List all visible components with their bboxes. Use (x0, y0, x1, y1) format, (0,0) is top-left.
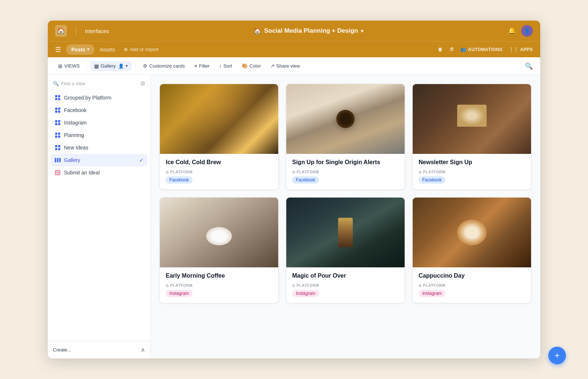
new-ideas-label: New Ideas (64, 145, 88, 151)
assets-tab[interactable]: Assets (94, 44, 120, 55)
sidebar-item-planning[interactable]: Planning (51, 129, 147, 141)
gallery-view-btn[interactable]: ▦ Gallery 👤 ▾ (90, 61, 132, 71)
card-title-5: Magic of Pour Over (292, 272, 399, 279)
filter-btn[interactable]: ≡ Filter (191, 61, 213, 71)
sidebar-search-input[interactable]: 🔍 Find a view (53, 81, 137, 86)
sidebar-item-facebook[interactable]: Facebook (51, 104, 147, 116)
color-icon: 🎨 (242, 63, 248, 69)
card-single-origin[interactable]: Sign Up for Single Origin Alerts PLATFOR… (286, 84, 405, 190)
sidebar-item-new-ideas[interactable]: New Ideas (51, 141, 147, 154)
assets-tab-label: Assets (100, 47, 115, 53)
tag-2: Facebook (292, 176, 319, 184)
create-chevron-icon[interactable]: ∧ (141, 346, 145, 353)
gallery-btn-chevron: ▾ (126, 64, 128, 68)
automations-btn[interactable]: 👥 AUTOMATIONS (460, 47, 502, 52)
gallery-sidebar-icon (54, 157, 61, 163)
project-title: Social Media Planning + Design (264, 27, 358, 35)
toolbar: ⊞ VIEWS ▦ Gallery 👤 ▾ ⚙ Customize cards … (48, 57, 540, 75)
customize-cards-label: Customize cards (149, 63, 185, 69)
header-right: 🔔 👤 (508, 25, 533, 37)
apps-btn[interactable]: ⋮⋮ APPS (509, 47, 533, 52)
sidebar-item-gallery[interactable]: Gallery ✓ (51, 154, 147, 166)
platform-dot-icon-1 (166, 171, 169, 174)
card-ice-cold-brew[interactable]: Ice Cold, Cold Brew PLATFORM Facebook (159, 84, 279, 190)
platform-dot-icon-6 (419, 284, 422, 287)
card-body-3: Newsletter Sign Up PLATFORM Facebook (413, 154, 531, 190)
app-window: 🏠 Interfaces 🏠 Social Media Planning + D… (48, 21, 540, 358)
add-import-btn[interactable]: ⊕ Add or import (124, 47, 158, 52)
toolbar-divider-1 (86, 62, 87, 70)
color-btn[interactable]: 🎨 Color (238, 61, 265, 71)
sidebar-item-instagram[interactable]: Instagram (51, 116, 147, 129)
tag-6: Instagram (419, 290, 445, 297)
card-newsletter[interactable]: Newsletter Sign Up PLATFORM Facebook (412, 84, 531, 190)
card-image-pourover (286, 198, 405, 267)
header-title-area: 🏠 Social Media Planning + Design ▾ (109, 27, 508, 35)
card-cappuccino[interactable]: Cappuccino Day PLATFORM Instagram (412, 197, 531, 303)
views-grid-icon: ⊞ (58, 63, 62, 69)
sidebar-item-grouped-by-platform[interactable]: Grouped by Platform (51, 91, 147, 104)
sub-header: ☰ Posts ▾ Assets ⊕ Add or import 🗑 ⏱ 👥 A… (48, 41, 540, 57)
views-label-btn[interactable]: ⊞ VIEWS (55, 61, 83, 71)
cards-grid: Ice Cold, Cold Brew PLATFORM Facebook Si… (159, 84, 531, 303)
sort-label: Sort (223, 63, 232, 69)
share-view-btn[interactable]: ↗ Share view (267, 61, 304, 71)
main-content: Ice Cold, Cold Brew PLATFORM Facebook Si… (151, 75, 540, 358)
trash-icon-btn[interactable]: 🗑 (438, 47, 443, 52)
planning-icon (54, 132, 61, 138)
sidebar-settings-icon[interactable]: ⚙ (140, 80, 145, 87)
customize-cards-btn[interactable]: ⚙ Customize cards (139, 61, 189, 71)
platform-dot-icon-3 (419, 171, 422, 174)
fab-add-btn[interactable]: + (548, 347, 566, 364)
gallery-btn-icon: ▦ (94, 63, 99, 69)
color-label: Color (250, 63, 261, 69)
header-divider (76, 26, 76, 35)
search-btn[interactable]: 🔍 (525, 62, 533, 70)
card-field-label-2: PLATFORM (292, 170, 399, 174)
platform-dot-icon-4 (166, 284, 169, 287)
hamburger-icon[interactable]: ☰ (55, 46, 61, 54)
facebook-label: Facebook (64, 107, 86, 113)
card-body-1: Ice Cold, Cold Brew PLATFORM Facebook (160, 154, 278, 190)
planning-label: Planning (64, 132, 84, 138)
card-morning-coffee[interactable]: Early Morning Coffee PLATFORM Instagram (159, 197, 279, 303)
header: 🏠 Interfaces 🏠 Social Media Planning + D… (48, 21, 540, 41)
card-image-morning (160, 198, 278, 267)
platform-dot-icon-5 (292, 284, 295, 287)
project-icon: 🏠 (254, 27, 261, 35)
tag-1: Facebook (166, 176, 193, 184)
sidebar: 🔍 Find a view ⚙ Grouped by Platform (48, 75, 151, 358)
sort-btn[interactable]: ↕ Sort (215, 61, 236, 71)
header-logo: 🏠 Interfaces (55, 25, 109, 37)
automations-label: AUTOMATIONS (468, 47, 503, 52)
apps-label: APPS (520, 47, 533, 52)
card-field-label-1: PLATFORM (166, 170, 272, 174)
card-title-3: Newsletter Sign Up (419, 159, 525, 166)
notification-bell-icon[interactable]: 🔔 (508, 27, 516, 35)
create-btn[interactable]: Create... (53, 347, 71, 353)
card-field-label-5: PLATFORM (292, 284, 399, 288)
card-body-6: Cappuccino Day PLATFORM Instagram (413, 267, 531, 303)
add-import-icon: ⊕ (124, 47, 128, 52)
tag-5: Instagram (292, 290, 319, 297)
instagram-label: Instagram (64, 120, 87, 126)
sidebar-search-area: 🔍 Find a view ⚙ (48, 75, 150, 90)
card-pour-over[interactable]: Magic of Pour Over PLATFORM Instagram (286, 197, 405, 303)
posts-tab-label: Posts (71, 47, 85, 53)
history-icon-btn[interactable]: ⏱ (449, 47, 454, 52)
card-title-4: Early Morning Coffee (166, 272, 272, 279)
avatar[interactable]: 👤 (521, 25, 533, 37)
sub-header-right: 🗑 ⏱ 👥 AUTOMATIONS ⋮⋮ APPS (438, 47, 533, 52)
posts-tab[interactable]: Posts ▾ (66, 44, 94, 55)
apps-icon: ⋮⋮ (509, 47, 518, 52)
active-check-icon: ✓ (139, 157, 144, 163)
gallery-sidebar-label: Gallery (64, 157, 80, 163)
grouped-by-platform-icon (54, 94, 61, 101)
card-title-6: Cappuccino Day (419, 272, 525, 279)
sidebar-item-submit-idea[interactable]: Submit an Idea! (51, 166, 147, 179)
card-image-cappuccino (413, 198, 531, 267)
filter-icon: ≡ (194, 63, 197, 69)
sort-icon: ↕ (219, 63, 222, 69)
dropdown-chevron-icon[interactable]: ▾ (361, 28, 363, 34)
customize-cards-icon: ⚙ (143, 63, 147, 69)
